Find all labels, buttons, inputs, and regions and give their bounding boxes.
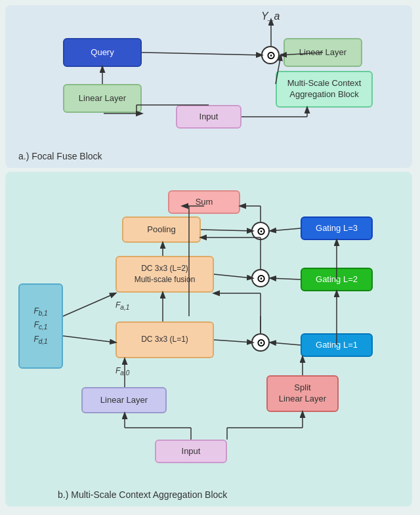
fb-box: Fb,1Fc,1Fd,1 xyxy=(18,283,63,369)
svg-line-23 xyxy=(214,274,253,278)
svg-line-18 xyxy=(270,342,301,345)
gating3-box: Gating L=3 xyxy=(301,216,373,240)
svg-line-0 xyxy=(142,52,262,55)
svg-line-28 xyxy=(201,230,253,231)
gating2-box: Gating L=2 xyxy=(301,268,373,291)
ya-label: Y_a xyxy=(261,10,280,22)
fa1-label: Fa,1 xyxy=(116,300,129,311)
panel-b: Fb,1Fc,1Fd,1 Input Linear Layer Split Li… xyxy=(5,172,412,506)
pooling-box: Pooling xyxy=(122,216,201,243)
mult-circle-l2: ⊙ xyxy=(251,269,270,287)
linear-layer-a: Linear Layer xyxy=(63,84,142,113)
svg-line-29 xyxy=(270,228,301,231)
svg-line-37 xyxy=(63,336,116,342)
mult-circle-l1: ⊙ xyxy=(251,333,270,352)
linear-b-box: Linear Layer xyxy=(81,387,167,413)
mscab-box: Multi-Scale Context Aggregation Block xyxy=(276,71,373,108)
multiply-circle-a: ⊙ xyxy=(261,46,280,64)
sum-box: Sum xyxy=(168,190,240,214)
panel-b-label: b.) Multi-Scale Context Aggregation Bloc… xyxy=(58,489,227,500)
split-linear-box: Split Linear Layer xyxy=(266,375,339,412)
fa0-label: Fa,0 xyxy=(116,366,129,377)
gating1-box: Gating L=1 xyxy=(301,333,373,357)
dc-l1-box: DC 3x3 (L=1) xyxy=(116,321,214,358)
query-box: Query xyxy=(63,38,142,67)
svg-line-36 xyxy=(63,293,116,316)
input-a-box: Input xyxy=(176,105,242,129)
svg-line-24 xyxy=(270,278,301,279)
diagram-container: Y_a Query Linear Layer Linear Layer Mult… xyxy=(0,0,420,515)
dc-l2-box: DC 3x3 (L=2) Multi-scale fusion xyxy=(116,256,214,293)
linear-layer-b: Linear Layer xyxy=(284,38,362,67)
mult-circle-pool: ⊙ xyxy=(251,222,270,240)
panel-a-label: a.) Focal Fuse Block xyxy=(18,151,102,161)
svg-line-17 xyxy=(214,340,253,342)
input-b-box: Input xyxy=(155,440,227,463)
panel-a: Y_a Query Linear Layer Linear Layer Mult… xyxy=(5,5,412,168)
